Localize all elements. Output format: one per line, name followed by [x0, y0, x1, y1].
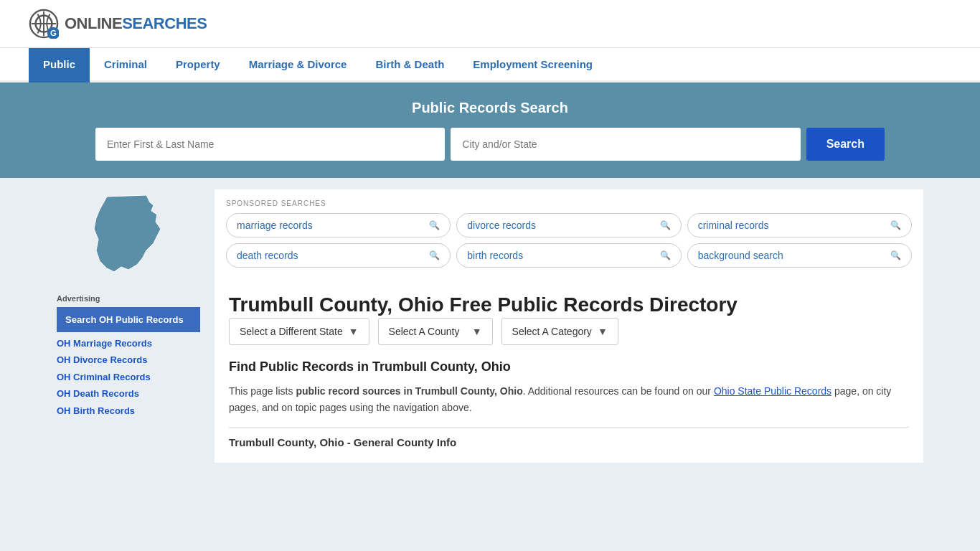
section-divider: Trumbull County, Ohio - General County I… [229, 427, 909, 448]
content-area: SPONSORED SEARCHES marriage records 🔍 di… [215, 189, 923, 463]
search-icon: 🔍 [660, 250, 671, 260]
sponsored-tag-birth[interactable]: birth records 🔍 [456, 243, 681, 268]
page-title: Trumbull County, Ohio Free Public Record… [229, 292, 909, 318]
chevron-down-icon: ▼ [349, 326, 359, 337]
search-icon: 🔍 [429, 250, 440, 260]
sponsored-tag-criminal[interactable]: criminal records 🔍 [687, 213, 912, 237]
search-icon: 🔍 [890, 250, 901, 260]
search-icon: 🔍 [429, 220, 440, 230]
state-map [57, 189, 200, 283]
ohio-records-link[interactable]: Ohio State Public Records [714, 385, 831, 397]
sidebar-links: OH Marriage Records OH Divorce Records O… [57, 335, 200, 419]
location-input[interactable] [451, 128, 800, 161]
advertising-label: Advertising [57, 294, 200, 303]
nav-birth-death[interactable]: Birth & Death [361, 48, 458, 83]
directory-section: Trumbull County, Ohio Free Public Record… [215, 278, 923, 463]
sponsored-tag-marriage[interactable]: marriage records 🔍 [226, 213, 451, 237]
sponsored-grid: marriage records 🔍 divorce records 🔍 cri… [226, 213, 912, 268]
sidebar: Advertising Search OH Public Records OH … [57, 189, 200, 463]
section-sub-title: Trumbull County, Ohio - General County I… [229, 436, 909, 448]
find-description: This page lists public record sources in… [229, 383, 909, 415]
category-dropdown[interactable]: Select A Category ▼ [501, 318, 618, 345]
svg-text:G: G [50, 29, 57, 37]
county-dropdown[interactable]: Select A County ▼ [378, 318, 493, 345]
state-dropdown[interactable]: Select a Different State ▼ [229, 318, 369, 345]
sidebar-link-birth[interactable]: OH Birth Records [57, 402, 200, 419]
search-title: Public Records Search [29, 100, 951, 116]
find-title: Find Public Records in Trumbull County, … [229, 359, 909, 375]
header: G ONLINESEARCHES [0, 0, 980, 48]
main-container: Advertising Search OH Public Records OH … [45, 178, 935, 474]
sidebar-link-criminal[interactable]: OH Criminal Records [57, 369, 200, 385]
chevron-down-icon: ▼ [472, 326, 482, 337]
search-bar: Search [95, 128, 885, 161]
sidebar-link-death[interactable]: OH Death Records [57, 385, 200, 402]
logo-text: ONLINESEARCHES [65, 14, 207, 33]
logo[interactable]: G ONLINESEARCHES [29, 9, 207, 39]
sponsored-tag-death[interactable]: death records 🔍 [226, 243, 451, 268]
nav-marriage-divorce[interactable]: Marriage & Divorce [235, 48, 362, 83]
sidebar-link-marriage[interactable]: OH Marriage Records [57, 335, 200, 352]
chevron-down-icon: ▼ [598, 326, 608, 337]
search-section: Public Records Search Search [0, 83, 980, 178]
nav-criminal[interactable]: Criminal [90, 48, 161, 83]
sponsored-tag-divorce[interactable]: divorce records 🔍 [456, 213, 681, 237]
search-icon: 🔍 [660, 220, 671, 230]
ad-block[interactable]: Search OH Public Records [57, 307, 200, 332]
ohio-map-icon [85, 189, 171, 283]
sponsored-section: SPONSORED SEARCHES marriage records 🔍 di… [215, 189, 923, 278]
logo-icon: G [29, 9, 59, 39]
sponsored-tag-background[interactable]: background search 🔍 [687, 243, 912, 268]
sponsored-label: SPONSORED SEARCHES [226, 199, 912, 207]
dropdowns-row: Select a Different State ▼ Select A Coun… [229, 318, 909, 345]
search-icon: 🔍 [890, 220, 901, 230]
nav-employment[interactable]: Employment Screening [458, 48, 607, 83]
name-input[interactable] [95, 128, 445, 161]
sidebar-link-divorce[interactable]: OH Divorce Records [57, 352, 200, 368]
nav-public[interactable]: Public [29, 48, 90, 83]
nav-property[interactable]: Property [161, 48, 235, 83]
main-nav: Public Criminal Property Marriage & Divo… [0, 48, 980, 83]
search-button[interactable]: Search [806, 128, 885, 161]
